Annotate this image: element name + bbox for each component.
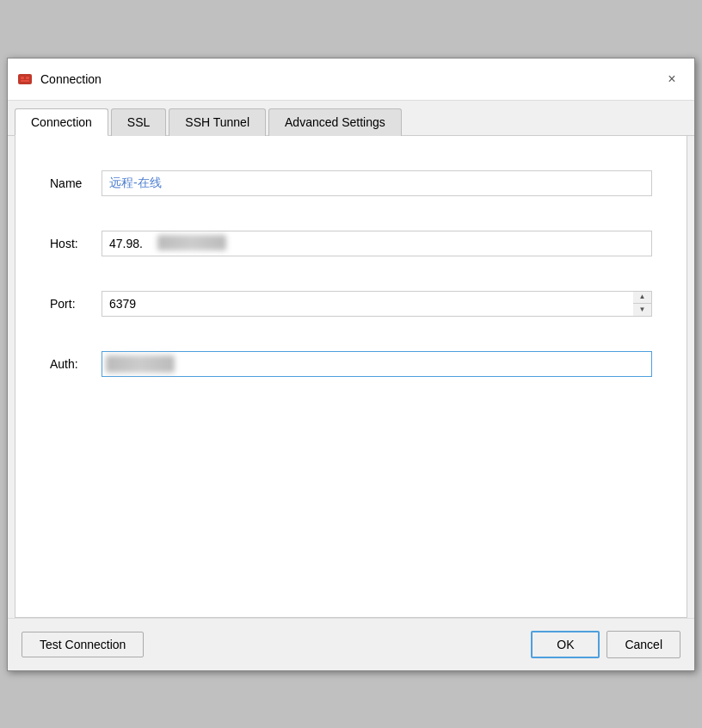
name-group: Name bbox=[50, 170, 652, 196]
port-spinner: ▲ ▼ bbox=[633, 291, 652, 317]
tab-content-connection: Name Host: Port: ▲ ▼ Auth: bbox=[15, 136, 687, 618]
dialog-footer: Test Connection OK Cancel bbox=[8, 618, 694, 670]
connection-dialog: Connection × Connection SSL SSH Tunnel A… bbox=[7, 58, 695, 671]
auth-group: Auth: bbox=[50, 351, 652, 377]
title-bar: Connection × bbox=[8, 59, 694, 101]
dialog-title: Connection bbox=[40, 72, 102, 86]
host-label: Host: bbox=[50, 237, 102, 250]
host-input-wrapper bbox=[102, 231, 652, 256]
footer-right: OK Cancel bbox=[531, 631, 680, 658]
name-input[interactable] bbox=[102, 170, 652, 196]
close-button[interactable]: × bbox=[660, 67, 684, 91]
test-connection-button[interactable]: Test Connection bbox=[22, 632, 144, 657]
port-decrement-button[interactable]: ▼ bbox=[633, 304, 651, 316]
port-increment-button[interactable]: ▲ bbox=[633, 292, 651, 305]
app-icon bbox=[16, 71, 34, 88]
tab-bar: Connection SSL SSH Tunnel Advanced Setti… bbox=[8, 101, 694, 136]
auth-label: Auth: bbox=[50, 357, 102, 371]
svg-rect-2 bbox=[26, 77, 29, 79]
tab-advanced-settings[interactable]: Advanced Settings bbox=[268, 108, 402, 136]
svg-rect-1 bbox=[21, 77, 24, 79]
tab-connection[interactable]: Connection bbox=[15, 108, 108, 136]
title-bar-left: Connection bbox=[16, 71, 102, 88]
svg-rect-3 bbox=[21, 80, 29, 82]
ok-button[interactable]: OK bbox=[531, 631, 600, 658]
auth-input[interactable] bbox=[102, 352, 651, 376]
host-group: Host: bbox=[50, 231, 652, 256]
tab-ssh-tunnel[interactable]: SSH Tunnel bbox=[169, 108, 266, 136]
cancel-button[interactable]: Cancel bbox=[607, 631, 680, 658]
name-label: Name bbox=[50, 176, 102, 190]
svg-rect-0 bbox=[18, 74, 32, 84]
port-input[interactable] bbox=[102, 291, 652, 317]
port-group: Port: ▲ ▼ bbox=[50, 291, 652, 317]
host-input[interactable] bbox=[102, 231, 652, 256]
tab-ssl[interactable]: SSL bbox=[111, 108, 166, 136]
auth-input-wrapper bbox=[102, 351, 652, 377]
port-wrapper: ▲ ▼ bbox=[102, 291, 652, 317]
port-label: Port: bbox=[50, 297, 102, 311]
